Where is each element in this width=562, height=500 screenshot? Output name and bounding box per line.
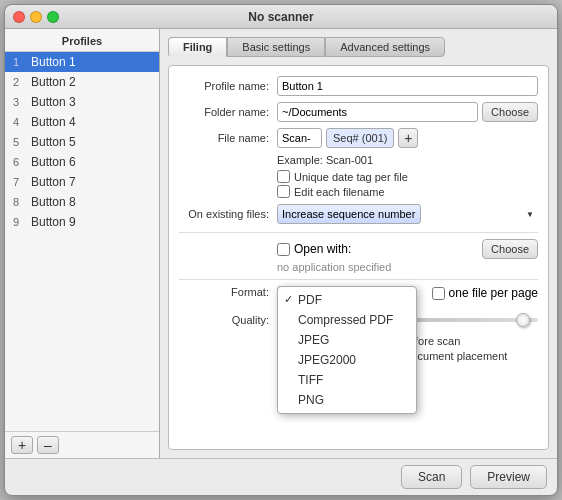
tab-advanced-settings[interactable]: Advanced settings	[325, 37, 445, 57]
preview-button[interactable]: Preview	[470, 465, 547, 489]
titlebar: No scanner	[5, 5, 557, 29]
divider-2	[179, 279, 538, 280]
example-text: Example: Scan-001	[277, 154, 373, 166]
format-option-pdf[interactable]: PDF	[278, 290, 416, 310]
profile-item[interactable]: 4Button 4	[5, 112, 159, 132]
profile-item[interactable]: 9Button 9	[5, 212, 159, 232]
open-with-checkbox[interactable]	[277, 243, 290, 256]
file-prefix-input[interactable]	[277, 128, 322, 148]
profile-num: 3	[13, 96, 27, 108]
one-per-page-container: one file per page	[432, 286, 538, 300]
folder-name-row: Folder name: Choose	[179, 102, 538, 122]
profile-item[interactable]: 3Button 3	[5, 92, 159, 112]
minimize-button[interactable]	[30, 11, 42, 23]
tab-basic-settings[interactable]: Basic settings	[227, 37, 325, 57]
profile-label: Button 4	[31, 115, 76, 129]
profiles-header: Profiles	[5, 29, 159, 52]
existing-files-row: On existing files: Increase sequence num…	[179, 204, 538, 224]
profile-name-input[interactable]	[277, 76, 538, 96]
existing-select-wrapper: Increase sequence number	[277, 204, 538, 224]
format-row: Format: PDF ▼ PDF Compressed PDF JPEG JP…	[179, 286, 538, 308]
unique-date-row: Unique date tag per file	[277, 170, 538, 183]
folder-row: Choose	[277, 102, 538, 122]
unique-date-checkbox[interactable]	[277, 170, 290, 183]
profile-num: 7	[13, 176, 27, 188]
traffic-lights	[13, 11, 59, 23]
profile-label: Button 5	[31, 135, 76, 149]
profile-item[interactable]: 8Button 8	[5, 192, 159, 212]
folder-name-label: Folder name:	[179, 106, 269, 118]
tab-filing[interactable]: Filing	[168, 37, 227, 57]
profile-label: Button 8	[31, 195, 76, 209]
open-with-app: no application specified	[277, 261, 538, 273]
format-option-jpeg2000[interactable]: JPEG2000	[278, 350, 416, 370]
open-with-row: Open with: Choose	[179, 239, 538, 259]
profile-num: 2	[13, 76, 27, 88]
profile-label: Button 6	[31, 155, 76, 169]
filing-form: Profile name: Folder name: Choose File n…	[168, 65, 549, 450]
profile-num: 9	[13, 216, 27, 228]
example-row: Example: Scan-001	[277, 154, 538, 166]
profile-num: 4	[13, 116, 27, 128]
checkboxes-area: Unique date tag per file Edit each filen…	[277, 170, 538, 198]
unique-date-label: Unique date tag per file	[294, 171, 408, 183]
add-seq-button[interactable]: +	[398, 128, 418, 148]
profile-num: 1	[13, 56, 27, 68]
format-label: Format:	[179, 286, 269, 298]
profile-label: Button 3	[31, 95, 76, 109]
filename-row: Seq# (001) +	[277, 128, 418, 148]
one-per-page-checkbox[interactable]	[432, 287, 445, 300]
add-profile-button[interactable]: +	[11, 436, 33, 454]
format-option-compressed-pdf[interactable]: Compressed PDF	[278, 310, 416, 330]
quality-label: Quality:	[179, 314, 269, 326]
profile-label: Button 1	[31, 55, 76, 69]
zoom-button[interactable]	[47, 11, 59, 23]
seq-badge: Seq# (001)	[326, 128, 394, 148]
existing-label: On existing files:	[179, 208, 269, 220]
profile-label: Button 2	[31, 75, 76, 89]
left-panel: Profiles 1Button 12Button 23Button 34But…	[5, 29, 160, 458]
profile-item[interactable]: 2Button 2	[5, 72, 159, 92]
scan-button[interactable]: Scan	[401, 465, 462, 489]
profile-num: 5	[13, 136, 27, 148]
remove-profile-button[interactable]: –	[37, 436, 59, 454]
profile-name-label: Profile name:	[179, 80, 269, 92]
one-per-page-label: one file per page	[449, 286, 538, 300]
quality-slider-thumb	[516, 313, 530, 327]
edit-filename-checkbox[interactable]	[277, 185, 290, 198]
file-name-label: File name:	[179, 132, 269, 144]
open-with-text: Open with:	[294, 242, 351, 256]
bottom-bar: Scan Preview	[5, 458, 557, 495]
main-window: No scanner Profiles 1Button 12Button 23B…	[4, 4, 558, 496]
divider-1	[179, 232, 538, 233]
open-with-controls: Open with: Choose	[277, 239, 538, 259]
format-option-tiff[interactable]: TIFF	[278, 370, 416, 390]
format-option-jpeg[interactable]: JPEG	[278, 330, 416, 350]
format-controls: PDF ▼ PDF Compressed PDF JPEG JPEG2000 T…	[277, 286, 357, 308]
window-title: No scanner	[248, 10, 313, 24]
profile-num: 8	[13, 196, 27, 208]
profile-name-row: Profile name:	[179, 76, 538, 96]
profile-item[interactable]: 7Button 7	[5, 172, 159, 192]
profiles-list: 1Button 12Button 23Button 34Button 45But…	[5, 52, 159, 431]
existing-files-select[interactable]: Increase sequence number	[277, 204, 421, 224]
open-with-choose-button[interactable]: Choose	[482, 239, 538, 259]
profile-label: Button 7	[31, 175, 76, 189]
tab-bar: Filing Basic settings Advanced settings	[168, 37, 549, 57]
content-area: Profiles 1Button 12Button 23Button 34But…	[5, 29, 557, 458]
profiles-footer: + –	[5, 431, 159, 458]
right-panel: Filing Basic settings Advanced settings …	[160, 29, 557, 458]
edit-filename-row: Edit each filename	[277, 185, 538, 198]
folder-name-input[interactable]	[277, 102, 478, 122]
folder-choose-button[interactable]: Choose	[482, 102, 538, 122]
format-dropdown-menu: PDF Compressed PDF JPEG JPEG2000 TIFF PN…	[277, 286, 417, 414]
close-button[interactable]	[13, 11, 25, 23]
profile-num: 6	[13, 156, 27, 168]
file-name-row: File name: Seq# (001) +	[179, 128, 538, 148]
profile-label: Button 9	[31, 215, 76, 229]
edit-filename-label: Edit each filename	[294, 186, 385, 198]
profile-item[interactable]: 5Button 5	[5, 132, 159, 152]
profile-item[interactable]: 6Button 6	[5, 152, 159, 172]
profile-item[interactable]: 1Button 1	[5, 52, 159, 72]
format-option-png[interactable]: PNG	[278, 390, 416, 410]
